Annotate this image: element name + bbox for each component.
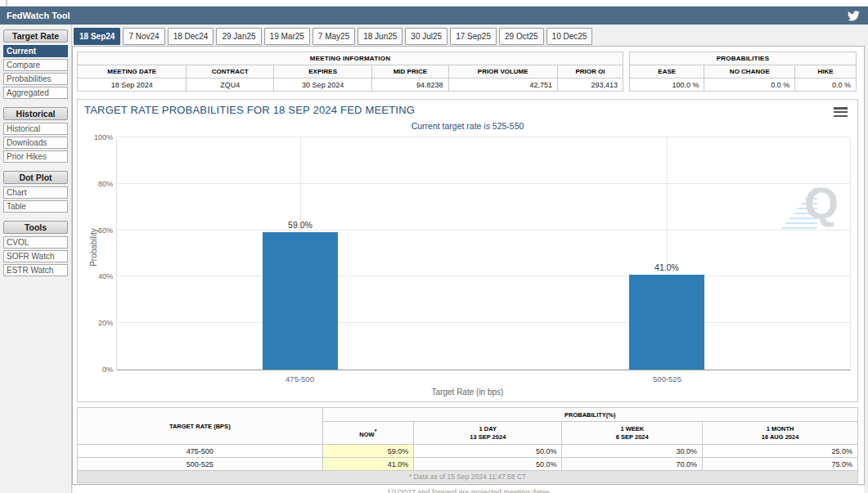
y-tick-label-100%: 100% bbox=[94, 133, 113, 141]
col-header-meeting-date: MEETING DATE bbox=[78, 65, 187, 78]
y-axis-title: Probability bbox=[89, 228, 98, 267]
chart-subtitle: Current target rate is 525-550 bbox=[78, 121, 857, 131]
history-1day-475-500: 50.0% bbox=[414, 445, 562, 458]
history-col1-header: TARGET RATE (BPS) bbox=[78, 408, 323, 445]
history-footnote-row: * Data as of 15 Sep 2024 11:47:58 CT bbox=[78, 471, 858, 483]
below-main-strip: 1/1/2027 and forward are projected meeti… bbox=[73, 486, 864, 493]
history-footnote: * Data as of 15 Sep 2024 11:47:58 CT bbox=[78, 471, 858, 483]
quikstrike-hash-marks bbox=[781, 183, 817, 229]
date-tab-30-jul25[interactable]: 30 Jul25 bbox=[405, 28, 447, 45]
col-header-prior-oi: PRIOR OI bbox=[557, 65, 623, 78]
history-1day-500-525: 50.0% bbox=[414, 458, 562, 471]
col-header-no-change: NO CHANGE bbox=[704, 65, 795, 78]
history-1week-500-525: 70.0% bbox=[562, 458, 703, 471]
history-period-header-1-day: 1 DAY13 SEP 2024 bbox=[414, 422, 562, 445]
date-tab-18-sep24[interactable]: 18 Sep24 bbox=[74, 28, 120, 45]
sidebar-item-table[interactable]: Table bbox=[3, 200, 68, 213]
probabilities-value-row: 100.0 %0.0 %0.0 % bbox=[630, 78, 857, 92]
sidebar-header-dot-plot[interactable]: Dot Plot bbox=[3, 171, 68, 184]
value-hike: 0.0 % bbox=[795, 78, 857, 92]
title-bar: FedWatch Tool bbox=[0, 7, 868, 25]
sidebar-section-target-rate: Target RateCurrentCompareProbabilitiesAg… bbox=[0, 29, 71, 99]
value-mid-price: 94.8238 bbox=[372, 78, 448, 92]
probability-history-table: TARGET RATE (BPS) PROBABILITY(%) NOW* 1 … bbox=[77, 407, 858, 483]
date-tab-7-nov24[interactable]: 7 Nov24 bbox=[123, 28, 164, 45]
sidebar-header-tools[interactable]: Tools bbox=[3, 221, 68, 234]
target-rate-chart: TARGET RATE PROBABILITIES FOR 18 SEP 202… bbox=[77, 99, 858, 402]
meeting-information-table: MEETING INFORMATION MEETING DATECONTRACT… bbox=[77, 52, 623, 92]
date-tab-29-jan25[interactable]: 29 Jan25 bbox=[216, 28, 261, 45]
date-tab-19-mar25[interactable]: 19 Mar25 bbox=[264, 28, 310, 45]
history-row-500-525: 500-52541.0%50.0%70.0%75.0% bbox=[78, 458, 858, 471]
sidebar-item-current[interactable]: Current bbox=[3, 45, 68, 57]
sidebar: Target RateCurrentCompareProbabilitiesAg… bbox=[0, 25, 72, 493]
sidebar-item-estr-watch[interactable]: ESTR Watch bbox=[3, 264, 68, 276]
value-prior-volume: 42,751 bbox=[448, 78, 557, 92]
sidebar-item-cvol[interactable]: CVOL bbox=[3, 236, 68, 249]
y-tick-label-60%: 60% bbox=[98, 226, 113, 235]
col-header-expires: EXPIRES bbox=[274, 65, 372, 78]
probabilities-header-row: EASENO CHANGEHIKE bbox=[630, 65, 857, 78]
bar-value-label-475-500: 59.0% bbox=[288, 220, 313, 230]
col-header-ease: EASE bbox=[630, 65, 704, 78]
value-contract: ZQU4 bbox=[187, 78, 274, 92]
meeting-info-value-row: 18 Sep 2024ZQU430 Sep 202494.823842,7512… bbox=[78, 78, 623, 92]
sidebar-item-compare[interactable]: Compare bbox=[3, 59, 68, 71]
bar-500-525[interactable]: 41.0% bbox=[629, 275, 704, 370]
sidebar-item-downloads[interactable]: Downloads bbox=[3, 137, 68, 149]
twitter-icon[interactable] bbox=[848, 11, 860, 21]
top-strip-divider bbox=[6, 0, 7, 7]
top-strip bbox=[0, 0, 868, 7]
sidebar-header-target-rate[interactable]: Target Rate bbox=[3, 29, 68, 43]
gridline-100% bbox=[117, 137, 850, 137]
value-no-change: 0.0 % bbox=[704, 78, 795, 92]
y-tick-label-0%: 0% bbox=[102, 365, 113, 374]
history-1month-475-500: 25.0% bbox=[703, 445, 858, 458]
sidebar-section-historical: HistoricalHistoricalDownloadsPrior Hikes bbox=[0, 107, 71, 163]
sidebar-item-chart[interactable]: Chart bbox=[3, 186, 68, 199]
date-tab-17-sep25[interactable]: 17 Sep25 bbox=[450, 28, 497, 45]
history-now-header: NOW* bbox=[322, 422, 414, 445]
fedwatch-page: FedWatch Tool Target RateCurrentCompareP… bbox=[0, 0, 868, 493]
bar-value-label-500-525: 41.0% bbox=[654, 262, 679, 272]
meeting-date-tabs: 18 Sep247 Nov2418 Dec2429 Jan2519 Mar257… bbox=[74, 28, 592, 46]
date-tab-10-dec25[interactable]: 10 Dec25 bbox=[546, 28, 593, 45]
y-tick-label-20%: 20% bbox=[98, 319, 113, 327]
history-rate-500-525: 500-525 bbox=[78, 458, 323, 471]
chart-title: TARGET RATE PROBABILITIES FOR 18 SEP 202… bbox=[84, 104, 415, 116]
gridline-80% bbox=[117, 183, 850, 184]
history-rate-475-500: 475-500 bbox=[78, 445, 323, 458]
date-tab-29-oct25[interactable]: 29 Oct25 bbox=[499, 28, 544, 45]
gridline-60% bbox=[117, 230, 850, 231]
col-header-contract: CONTRACT bbox=[187, 65, 274, 78]
sidebar-item-historical[interactable]: Historical bbox=[3, 123, 68, 135]
y-tick-label-40%: 40% bbox=[98, 272, 113, 280]
meeting-info-header-row: MEETING DATECONTRACTEXPIRESMID PRICEPRIO… bbox=[78, 65, 623, 78]
date-tab-7-may25[interactable]: 7 May25 bbox=[313, 28, 355, 45]
sidebar-section-dot-plot: Dot PlotChartTable bbox=[0, 171, 71, 213]
date-tab-18-jun25[interactable]: 18 Jun25 bbox=[358, 28, 403, 45]
sidebar-item-aggregated[interactable]: Aggregated bbox=[3, 87, 68, 99]
main-content: MEETING INFORMATION MEETING DATECONTRACT… bbox=[72, 46, 865, 485]
bar-475-500[interactable]: 59.0% bbox=[263, 232, 338, 370]
gridline-20% bbox=[117, 322, 850, 323]
history-row-475-500: 475-50059.0%50.0%30.0%25.0% bbox=[78, 445, 858, 458]
history-1month-500-525: 75.0% bbox=[703, 458, 858, 471]
history-now-500-525: 41.0% bbox=[322, 458, 414, 471]
y-tick-label-80%: 80% bbox=[98, 180, 113, 188]
value-meeting-date: 18 Sep 2024 bbox=[78, 78, 187, 92]
sidebar-item-prior-hikes[interactable]: Prior Hikes bbox=[3, 150, 68, 163]
sidebar-item-sofr-watch[interactable]: SOFR Watch bbox=[3, 250, 68, 262]
meeting-info-title: MEETING INFORMATION bbox=[78, 52, 623, 65]
plot-area: Q 0%20%40%60%80%100%59.0%41.0% bbox=[116, 137, 851, 370]
col-header-mid-price: MID PRICE bbox=[372, 65, 448, 78]
history-now-475-500: 59.0% bbox=[322, 445, 414, 458]
value-ease: 100.0 % bbox=[630, 78, 704, 92]
sidebar-header-historical[interactable]: Historical bbox=[3, 107, 68, 120]
history-1week-475-500: 30.0% bbox=[562, 445, 703, 458]
col-header-hike: HIKE bbox=[795, 65, 857, 78]
sidebar-item-probabilities[interactable]: Probabilities bbox=[3, 73, 68, 85]
date-tab-18-dec24[interactable]: 18 Dec24 bbox=[168, 28, 214, 45]
value-expires: 30 Sep 2024 bbox=[274, 78, 372, 92]
hamburger-menu-icon[interactable] bbox=[834, 107, 848, 117]
